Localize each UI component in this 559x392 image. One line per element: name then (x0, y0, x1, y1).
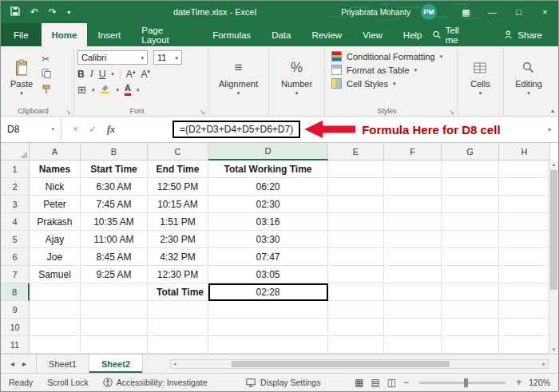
clipboard-dialog-launcher-icon[interactable]: ↘ (65, 109, 71, 116)
cell-G4[interactable] (442, 213, 499, 231)
tab-review[interactable]: Review (301, 23, 352, 46)
cell-D9[interactable] (208, 301, 328, 319)
cell-G8[interactable] (442, 283, 499, 301)
cell-H11[interactable] (499, 336, 550, 354)
cell-D7[interactable]: 03:05 (208, 266, 328, 283)
cell-F5[interactable] (384, 231, 442, 248)
cell-E7[interactable] (328, 266, 384, 283)
vertical-scrollbar[interactable]: ▴ ▾ (549, 160, 558, 354)
cell-H9[interactable] (499, 301, 550, 319)
cell-E1[interactable] (328, 160, 384, 178)
styles-dialog-launcher-icon[interactable]: ↘ (449, 109, 454, 116)
cell-F1[interactable] (384, 160, 442, 178)
cell-H10[interactable] (499, 319, 550, 336)
fill-color-icon[interactable] (100, 83, 110, 96)
cell-B8[interactable] (81, 283, 148, 301)
cell-C8[interactable]: Total Time (148, 283, 208, 301)
prev-sheet-icon[interactable]: ◂ (10, 359, 14, 368)
tab-help[interactable]: Help (393, 23, 433, 46)
cell-F7[interactable] (384, 266, 442, 283)
avatar[interactable]: PM (421, 4, 437, 20)
cell-E8[interactable] (328, 283, 384, 301)
bold-button[interactable]: B (77, 69, 85, 80)
cell-H6[interactable] (499, 248, 550, 266)
increase-font-icon[interactable]: A▴ (126, 69, 136, 80)
cell-E9[interactable] (328, 301, 384, 319)
number-button[interactable]: % Number ▾ (275, 57, 319, 97)
cell-B6[interactable]: 8:45 AM (81, 248, 148, 266)
row-header-11[interactable]: 11 (1, 336, 30, 354)
display-settings-button[interactable]: Display Settings (246, 378, 320, 387)
row-header-7[interactable]: 7 (1, 266, 30, 283)
cell-H5[interactable] (499, 231, 550, 248)
cell-E5[interactable] (328, 231, 384, 248)
cell-B4[interactable]: 10:35 AM (81, 213, 148, 231)
cell-G1[interactable] (442, 160, 499, 178)
font-size-select[interactable]: 11 ▾ (153, 50, 182, 65)
cell-B3[interactable]: 7:45 AM (81, 196, 148, 213)
zoom-slider-thumb[interactable] (464, 378, 468, 387)
cell-G3[interactable] (442, 196, 499, 213)
cell-B5[interactable]: 11:00 AM (81, 231, 148, 248)
cell-D8[interactable]: 02:28 (208, 283, 328, 301)
cell-H2[interactable] (499, 178, 550, 196)
expand-formula-bar-icon[interactable]: ▾ (548, 126, 558, 133)
cell-D5[interactable]: 03:30 (208, 231, 328, 248)
cell-C10[interactable] (148, 319, 208, 336)
cell-C1[interactable]: End Time (148, 160, 208, 178)
tab-formulas[interactable]: Formulas (202, 23, 261, 46)
tell-me-button[interactable]: Tell me (433, 26, 473, 45)
scroll-up-icon[interactable]: ▴ (549, 160, 558, 168)
cell-C9[interactable] (148, 301, 208, 319)
cell-D1[interactable]: Total Working Time (208, 160, 328, 178)
sheet-tab-sheet2[interactable]: Sheet2 (89, 354, 143, 373)
account-name[interactable]: Priyabrata Mohanty (341, 8, 410, 17)
copy-icon[interactable] (42, 69, 51, 81)
tab-file[interactable]: File (1, 23, 42, 46)
cell-E4[interactable] (328, 213, 384, 231)
cell-D2[interactable]: 06:20 (208, 178, 328, 196)
cell-A1[interactable]: Names (30, 160, 81, 178)
cell-B1[interactable]: Start Time (81, 160, 148, 178)
paste-button[interactable]: Paste ▾ (4, 49, 39, 105)
column-header-D[interactable]: D (208, 143, 328, 160)
name-box[interactable]: D8 ▾ (1, 117, 61, 142)
row-header-9[interactable]: 9 (1, 301, 30, 319)
tab-data[interactable]: Data (261, 23, 301, 46)
cell-B2[interactable]: 6:30 AM (81, 178, 148, 196)
underline-dropdown-icon[interactable]: ▾ (111, 71, 114, 77)
cell-H8[interactable] (499, 283, 550, 301)
tab-home[interactable]: Home (42, 23, 88, 46)
column-header-E[interactable]: E (328, 143, 384, 160)
customize-qat-icon[interactable]: ▾ (67, 9, 70, 16)
column-header-A[interactable]: A (30, 143, 81, 160)
save-icon[interactable] (10, 6, 20, 18)
maximize-button[interactable]: □ (505, 1, 532, 23)
cell-G7[interactable] (442, 266, 499, 283)
tab-page-layout[interactable]: Page Layout (131, 23, 202, 46)
undo-icon[interactable]: ↶ (30, 6, 38, 18)
cell-B11[interactable] (81, 336, 148, 354)
column-header-C[interactable]: C (148, 143, 208, 160)
cell-H1[interactable] (499, 160, 550, 178)
zoom-out-icon[interactable]: − (403, 377, 409, 388)
cell-B9[interactable] (81, 301, 148, 319)
cell-E6[interactable] (328, 248, 384, 266)
cell-B7[interactable]: 9:25 AM (81, 266, 148, 283)
cell-E2[interactable] (328, 178, 384, 196)
cell-F2[interactable] (384, 178, 442, 196)
select-all-button[interactable] (1, 143, 30, 160)
normal-view-icon[interactable]: ▦ (355, 378, 363, 387)
cell-B10[interactable] (81, 319, 148, 336)
cell-A11[interactable] (30, 336, 81, 354)
font-color-icon[interactable]: A (125, 83, 131, 95)
row-header-3[interactable]: 3 (1, 196, 30, 213)
cell-D6[interactable]: 07:47 (208, 248, 328, 266)
cell-D11[interactable] (208, 336, 328, 354)
cell-F3[interactable] (384, 196, 442, 213)
cell-G6[interactable] (442, 248, 499, 266)
cancel-icon[interactable]: × (73, 124, 78, 135)
row-header-5[interactable]: 5 (1, 231, 30, 248)
column-header-H[interactable]: H (499, 143, 550, 160)
page-break-view-icon[interactable]: ◫ (387, 378, 396, 387)
